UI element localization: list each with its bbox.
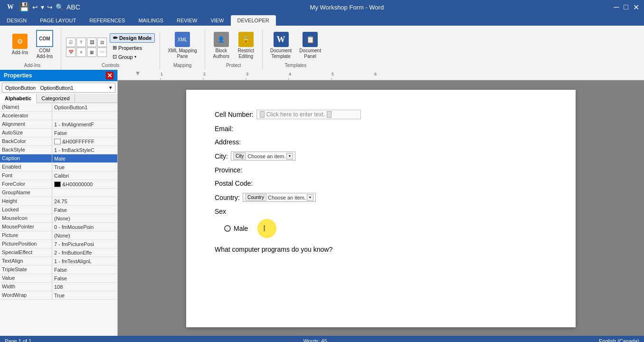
- ribbon-group-addins: ⚙ Add-Ins COM COMAdd-Ins Add-Ins: [4, 28, 61, 70]
- properties-button[interactable]: ⊞ Properties: [110, 44, 155, 52]
- field-province: Province:: [215, 166, 547, 174]
- svg-text:6: 6: [374, 72, 377, 76]
- tab-review[interactable]: REVIEW: [170, 15, 204, 26]
- tab-developer[interactable]: DEVELOPER: [231, 15, 276, 26]
- tab-alphabetic[interactable]: Alphabetic: [0, 94, 37, 103]
- field-email: Email:: [215, 125, 547, 133]
- page-info: Page 1 of 1: [5, 338, 31, 342]
- svg-text:5: 5: [331, 72, 334, 76]
- prop-row-forecolor: ForeColor &H00000000: [0, 180, 117, 189]
- prop-row-width: Width 108: [0, 283, 117, 291]
- combo-icon[interactable]: ▤: [97, 38, 107, 47]
- tab-view[interactable]: VIEW: [204, 15, 230, 26]
- city-combo-arrow[interactable]: ▾: [286, 153, 293, 160]
- date-icon[interactable]: 📅: [66, 48, 76, 57]
- ribbon-group-controls: ☑ T 🖼 ▤ 📅 ≡ ▦ ⋯ ✏ D: [61, 32, 160, 70]
- maximize-button[interactable]: □: [624, 3, 628, 11]
- document-template-button[interactable]: W DocumentTemplate: [267, 30, 295, 61]
- forecolor-swatch: [54, 181, 61, 187]
- prop-row-value: Value False: [0, 274, 117, 283]
- design-mode-icon: ✏: [113, 35, 118, 41]
- controls-icons-top: ☑ T 🖼 ▤: [66, 38, 107, 47]
- group-button[interactable]: ⊡ Group ▾: [110, 53, 155, 61]
- prop-row-height: Height 24.75: [0, 197, 117, 206]
- prop-row-font: Font Calibri: [0, 171, 117, 180]
- prop-row-mouseicon: MouseIcon (None): [0, 214, 117, 223]
- dropdown-label: OptionButton OptionButton1: [5, 85, 74, 91]
- document-area: 1 2 3 4 5 6 Cell Number:: [118, 70, 644, 336]
- list-icon[interactable]: ≡: [76, 48, 86, 57]
- com-label: COMAdd-Ins: [37, 48, 53, 59]
- prop-row-pictureposition: PicturePosition 7 - fmPicturePosi: [0, 240, 117, 248]
- radio-male-row: ○ Male: [224, 225, 248, 232]
- close-button[interactable]: ✕: [633, 3, 639, 12]
- radio-male-button[interactable]: ○: [224, 225, 231, 232]
- tab-categorized[interactable]: Categorized: [37, 94, 75, 103]
- prop-row-triplestate: TripleState False: [0, 266, 117, 274]
- addins-button[interactable]: ⚙ Add-Ins: [9, 32, 31, 57]
- print-preview-button[interactable]: 🔍: [56, 3, 64, 11]
- section-programs: What computer programs do you know?: [215, 246, 547, 253]
- tab-mailings[interactable]: MAILINGS: [132, 15, 170, 26]
- prop-row-caption[interactable]: Caption Male: [0, 154, 117, 163]
- ribbon-group-templates: W DocumentTemplate 📋 DocumentPanel Templ…: [263, 29, 329, 70]
- block-authors-button[interactable]: 👤 BlockAuthors: [210, 30, 233, 61]
- spelling-button[interactable]: ABC: [66, 3, 80, 11]
- radio-inner: ○: [227, 227, 228, 230]
- save-button[interactable]: 💾: [19, 2, 29, 12]
- word-icon: W: [5, 1, 16, 13]
- section-sex: Sex: [215, 208, 547, 215]
- city-combo[interactable]: City Choose an item. ▾: [231, 152, 295, 161]
- design-mode-button[interactable]: ✏ Design Mode: [110, 33, 155, 43]
- cursor-highlight: I: [257, 219, 276, 238]
- field-country: Country: Country Choose an item. ▾: [215, 193, 547, 202]
- panel-object-dropdown[interactable]: OptionButton OptionButton1 ▾: [2, 83, 115, 93]
- com-box: COM: [36, 30, 53, 47]
- ribbon-group-mapping: XML XML MappingPane Mapping: [160, 29, 205, 70]
- restrict-editing-button[interactable]: 🔒 RestrictEditing: [235, 30, 257, 61]
- country-combo-arrow[interactable]: ▾: [307, 194, 313, 201]
- field-cellnumber: Cell Number: Click here to enter text.: [215, 110, 547, 119]
- xml-icon: XML: [175, 32, 190, 47]
- cellnumber-control[interactable]: Click here to enter text.: [256, 110, 361, 119]
- property-table: (Name) OptionButton1 Accelerator Alignme…: [0, 103, 117, 336]
- prop-row-accelerator: Accelerator: [0, 112, 117, 120]
- more-icon[interactable]: ⋯: [97, 48, 107, 57]
- radio-male-container: ○ Male I: [215, 221, 248, 236]
- image-icon[interactable]: 🖼: [87, 38, 96, 47]
- radio-male-label: Male: [234, 225, 248, 232]
- restrict-editing-icon: 🔒: [238, 32, 254, 47]
- block-icon[interactable]: ▦: [87, 48, 96, 57]
- panel-tabs: Alphabetic Categorized: [0, 94, 117, 103]
- dropdown-arrow: ▾: [109, 85, 112, 91]
- svg-text:2: 2: [203, 72, 206, 76]
- redo-button[interactable]: ↪: [47, 3, 53, 11]
- document-page: Cell Number: Click here to enter text. E…: [186, 90, 576, 327]
- xml-mapping-button[interactable]: XML XML MappingPane: [165, 30, 199, 61]
- tab-page-layout[interactable]: PAGE LAYOUT: [33, 15, 83, 26]
- com-addins-button[interactable]: COM COMAdd-Ins: [33, 28, 56, 61]
- controls-icons-bottom: 📅 ≡ ▦ ⋯: [66, 48, 107, 57]
- svg-text:1: 1: [161, 72, 163, 76]
- text-icon[interactable]: T: [76, 38, 86, 47]
- document-panel-button[interactable]: 📋 DocumentPanel: [296, 30, 324, 61]
- tab-references[interactable]: REFERENCES: [83, 15, 132, 26]
- prop-row-backcolor: BackColor &H00FFFFFF: [0, 137, 117, 146]
- undo-button[interactable]: ↩: [32, 3, 38, 11]
- prop-row-wordwrap: WordWrap True: [0, 291, 117, 300]
- panel-title: Properties: [4, 72, 32, 79]
- prop-row-name: (Name) OptionButton1: [0, 103, 117, 112]
- prop-row-enabled: Enabled True: [0, 163, 117, 171]
- prop-row-textalign: TextAlign 1 - fmTextAlignL: [0, 257, 117, 266]
- properties-panel: Properties ✕ OptionButton OptionButton1 …: [0, 70, 118, 336]
- prop-row-specialeffect: SpecialEffect 2 - fmButtonEffe: [0, 248, 117, 257]
- country-combo[interactable]: Country Choose an item. ▾: [243, 193, 316, 202]
- tab-design[interactable]: DESIGN: [0, 15, 33, 26]
- prop-row-groupname: GroupName: [0, 189, 117, 197]
- svg-text:4: 4: [289, 72, 291, 76]
- properties-icon: ⊞: [113, 45, 117, 51]
- checkbox-icon[interactable]: ☑: [66, 38, 76, 47]
- undo-dropdown[interactable]: ▾: [41, 3, 44, 11]
- minimize-button[interactable]: ─: [614, 3, 619, 11]
- panel-close-button[interactable]: ✕: [106, 72, 114, 79]
